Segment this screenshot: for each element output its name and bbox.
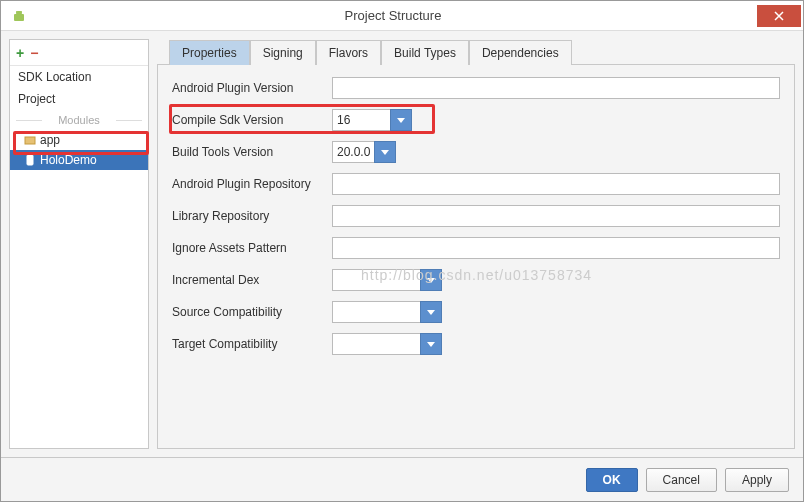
row-android-plugin-version: Android Plugin Version [172, 77, 780, 99]
svg-rect-5 [27, 155, 33, 165]
input-android-plugin-repository[interactable] [332, 173, 780, 195]
tab-build-types[interactable]: Build Types [381, 40, 469, 65]
label-build-tools-version: Build Tools Version [172, 145, 332, 159]
tab-signing[interactable]: Signing [250, 40, 316, 65]
label-android-plugin-version: Android Plugin Version [172, 81, 332, 95]
label-target-compatibility: Target Compatibility [172, 337, 332, 351]
module-label: HoloDemo [40, 153, 97, 167]
label-android-plugin-repository: Android Plugin Repository [172, 177, 332, 191]
module-label: app [40, 133, 60, 147]
input-library-repository[interactable] [332, 205, 780, 227]
input-target-compatibility[interactable] [332, 333, 420, 355]
dropdown-arrow-icon[interactable] [390, 109, 412, 131]
combo-compile-sdk-version[interactable] [332, 109, 412, 131]
titlebar: Project Structure [1, 1, 803, 31]
remove-module-icon[interactable]: − [30, 45, 38, 61]
input-ignore-assets-pattern[interactable] [332, 237, 780, 259]
svg-rect-0 [14, 14, 24, 21]
input-incremental-dex[interactable] [332, 269, 420, 291]
module-folder-icon [24, 134, 36, 146]
svg-rect-4 [25, 137, 35, 144]
combo-source-compatibility[interactable] [332, 301, 442, 323]
row-compile-sdk-version: Compile Sdk Version [172, 109, 780, 131]
apply-button[interactable]: Apply [725, 468, 789, 492]
close-icon [774, 11, 784, 21]
project-structure-window: Project Structure + − SDK Location Proje… [0, 0, 804, 502]
module-item-app[interactable]: app [10, 130, 148, 150]
input-source-compatibility[interactable] [332, 301, 420, 323]
module-phone-icon [24, 154, 36, 166]
input-compile-sdk-version[interactable] [332, 109, 390, 131]
modules-divider: Modules [10, 114, 148, 126]
row-build-tools-version: Build Tools Version [172, 141, 780, 163]
tab-properties[interactable]: Properties [169, 40, 250, 65]
properties-panel: Android Plugin Version Compile Sdk Versi… [157, 64, 795, 449]
combo-build-tools-version[interactable] [332, 141, 396, 163]
sidebar-toolbar: + − [10, 40, 148, 66]
dialog-body: + − SDK Location Project Modules app Hol… [1, 31, 803, 457]
combo-target-compatibility[interactable] [332, 333, 442, 355]
input-android-plugin-version[interactable] [332, 77, 780, 99]
add-module-icon[interactable]: + [16, 45, 24, 61]
dropdown-arrow-icon[interactable] [420, 301, 442, 323]
row-source-compatibility: Source Compatibility [172, 301, 780, 323]
input-build-tools-version[interactable] [332, 141, 374, 163]
row-android-plugin-repository: Android Plugin Repository [172, 173, 780, 195]
window-title: Project Structure [29, 8, 757, 23]
row-library-repository: Library Repository [172, 205, 780, 227]
label-source-compatibility: Source Compatibility [172, 305, 332, 319]
dropdown-arrow-icon[interactable] [374, 141, 396, 163]
svg-rect-3 [16, 11, 22, 15]
close-button[interactable] [757, 5, 801, 27]
label-library-repository: Library Repository [172, 209, 332, 223]
label-ignore-assets-pattern: Ignore Assets Pattern [172, 241, 332, 255]
dialog-footer: OK Cancel Apply [1, 457, 803, 501]
row-target-compatibility: Target Compatibility [172, 333, 780, 355]
sidebar-item-project[interactable]: Project [10, 88, 148, 110]
sidebar: + − SDK Location Project Modules app Hol… [9, 39, 149, 449]
row-ignore-assets-pattern: Ignore Assets Pattern [172, 237, 780, 259]
cancel-button[interactable]: Cancel [646, 468, 717, 492]
main-panel: Properties Signing Flavors Build Types D… [157, 39, 795, 449]
label-incremental-dex: Incremental Dex [172, 273, 332, 287]
dropdown-arrow-icon[interactable] [420, 333, 442, 355]
sidebar-item-sdk-location[interactable]: SDK Location [10, 66, 148, 88]
tab-dependencies[interactable]: Dependencies [469, 40, 572, 65]
dropdown-arrow-icon[interactable] [420, 269, 442, 291]
combo-incremental-dex[interactable] [332, 269, 442, 291]
ok-button[interactable]: OK [586, 468, 638, 492]
row-incremental-dex: Incremental Dex [172, 269, 780, 291]
tab-flavors[interactable]: Flavors [316, 40, 381, 65]
module-item-holodemo[interactable]: HoloDemo [10, 150, 148, 170]
tab-bar: Properties Signing Flavors Build Types D… [169, 39, 795, 64]
label-compile-sdk-version: Compile Sdk Version [172, 113, 332, 127]
android-studio-icon [9, 6, 29, 26]
